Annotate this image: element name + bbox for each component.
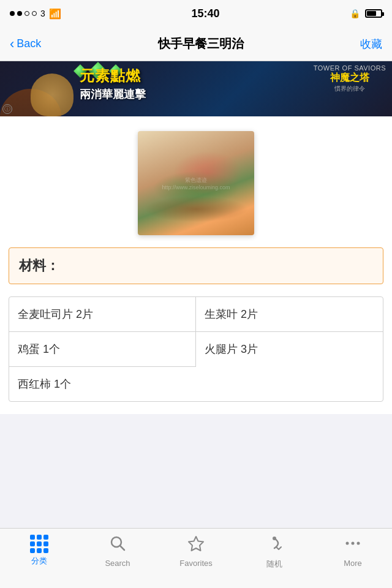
ad-text-line1: 元素點燃 <box>80 66 146 86</box>
ad-right: TOWER OF SAVIORS 神魔之塔 慣界的律令 <box>314 64 386 93</box>
svg-marker-2 <box>189 537 203 551</box>
status-bar: 3 📶 15:40 🔒 <box>0 0 392 27</box>
ingredient-item-4: 火腿片 3片 <box>196 332 383 367</box>
dot-1 <box>10 11 15 16</box>
ingredient-item-5: 西红柿 1个 <box>9 367 383 401</box>
tab-search[interactable]: Search <box>78 535 157 568</box>
carrier-label: 3 <box>40 9 45 18</box>
dot-2 <box>17 11 22 16</box>
category-icon <box>30 535 48 553</box>
svg-line-1 <box>121 546 125 551</box>
nav-bar: ‹ Back 快手早餐三明治 收藏 <box>0 27 392 61</box>
tab-category-label: 分类 <box>31 556 47 567</box>
svg-point-0 <box>111 537 121 547</box>
ad-dog <box>31 74 74 116</box>
svg-point-5 <box>352 542 355 545</box>
category-dots-grid <box>30 535 48 553</box>
tab-random[interactable]: 随机 <box>235 535 314 570</box>
ad-info-icon: ⓘ <box>2 104 12 114</box>
tab-more-label: More <box>344 559 362 568</box>
tab-search-label: Search <box>105 559 130 568</box>
ad-banner[interactable]: 元素點燃 兩消華麗連擊 TOWER OF SAVIORS 神魔之塔 慣界的律令 … <box>0 61 392 116</box>
random-icon <box>266 535 283 556</box>
ad-content: 元素點燃 兩消華麗連擊 TOWER OF SAVIORS 神魔之塔 慣界的律令 … <box>0 61 392 116</box>
page-title: 快手早餐三明治 <box>158 36 244 52</box>
food-watermark: 紫色遗迹http://www.ziselouming.com <box>162 176 230 190</box>
favorite-button[interactable]: 收藏 <box>360 37 382 51</box>
food-image-container: 紫色遗迹http://www.ziselouming.com <box>0 116 392 247</box>
tab-bar: 分类 Search Favorites 随机 <box>0 528 392 588</box>
clock: 15:40 <box>191 7 219 20</box>
status-left: 3 📶 <box>10 8 61 20</box>
signal-dots <box>10 11 37 16</box>
food-image: 紫色遗迹http://www.ziselouming.com <box>138 131 254 235</box>
tab-favorites[interactable]: Favorites <box>157 535 235 568</box>
back-button[interactable]: ‹ Back <box>10 36 41 52</box>
tab-category[interactable]: 分类 <box>0 535 78 567</box>
back-label: Back <box>17 37 41 50</box>
ad-right-logo: 神魔之塔 <box>330 72 369 85</box>
lock-icon: 🔒 <box>350 9 360 18</box>
tab-favorites-label: Favorites <box>179 559 212 568</box>
wifi-icon: 📶 <box>49 8 61 20</box>
svg-point-6 <box>357 542 360 545</box>
more-icon <box>344 535 361 556</box>
dot-4 <box>32 11 37 16</box>
ingredient-item-3: 鸡蛋 1个 <box>9 332 196 367</box>
battery-fill <box>367 11 376 16</box>
search-icon <box>109 535 126 556</box>
ingredients-section: 材料： 全麦吐司片 2片 生菜叶 2片 鸡蛋 1个 火腿片 3片 西红柿 1个 <box>0 247 392 414</box>
svg-point-4 <box>346 542 349 545</box>
ingredient-item-1: 全麦吐司片 2片 <box>9 297 196 332</box>
ad-right-sub: 慣界的律令 <box>334 85 365 93</box>
ad-right-title: TOWER OF SAVIORS <box>314 64 386 72</box>
ad-text-line2: 兩消華麗連擊 <box>80 87 146 102</box>
star-icon <box>187 535 205 556</box>
main-content: 紫色遗迹http://www.ziselouming.com 材料： 全麦吐司片… <box>0 116 392 414</box>
chevron-left-icon: ‹ <box>10 36 14 52</box>
ad-text: 元素點燃 兩消華麗連擊 <box>80 66 146 102</box>
ingredients-header: 材料： <box>9 247 383 284</box>
status-right: 🔒 <box>350 9 382 18</box>
battery-icon <box>365 9 382 18</box>
ingredient-item-2: 生菜叶 2片 <box>196 297 383 332</box>
tab-more[interactable]: More <box>314 535 392 568</box>
ingredients-grid: 全麦吐司片 2片 生菜叶 2片 鸡蛋 1个 火腿片 3片 西红柿 1个 <box>9 296 383 402</box>
dot-3 <box>24 11 29 16</box>
tab-random-label: 随机 <box>266 559 282 570</box>
